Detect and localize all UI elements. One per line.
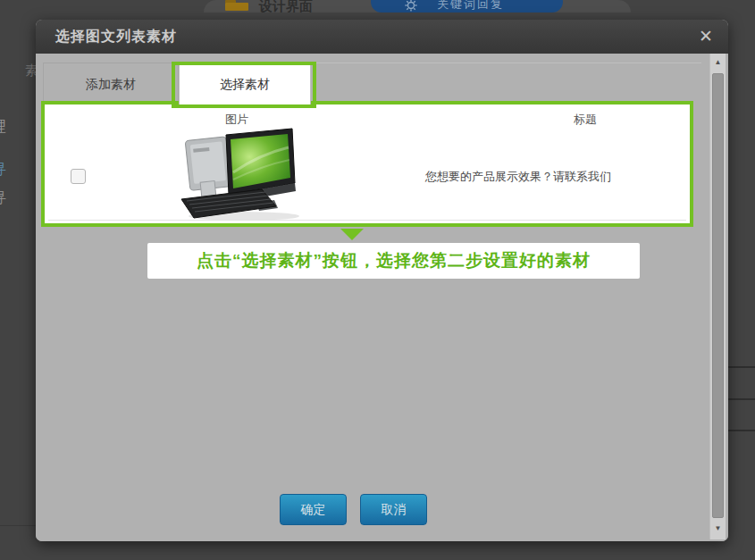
product-computer-image <box>174 128 308 222</box>
close-icon[interactable]: ✕ <box>699 27 713 46</box>
select-material-dialog: 选择图文列表素材 ✕ 添加素材 选择素材 图片 标题 <box>36 20 728 541</box>
tour-tooltip: 点击“选择素材”按钮，选择您第二步设置好的素材 <box>147 243 640 279</box>
background-row-divider <box>728 430 755 431</box>
background-row-divider <box>728 366 755 368</box>
tab-select-material-label: 选择素材 <box>220 77 270 91</box>
scrollbar-up-icon[interactable]: ▲ <box>710 56 726 69</box>
scrollbar[interactable]: ▲ ▼ <box>709 54 726 539</box>
background-fragment: 寻 <box>0 161 6 180</box>
dialog-body: 添加素材 选择素材 图片 标题 <box>36 54 728 541</box>
keyword-reply-button[interactable]: 关键词回复 <box>371 0 563 13</box>
gear-icon <box>405 0 417 13</box>
tooltip-arrow-icon <box>340 229 364 240</box>
dialog-header: 选择图文列表素材 ✕ <box>36 20 728 54</box>
screen: 设计界面 关键词回复 素 理 寻 寻 选择图文列表素材 ✕ <box>0 0 755 560</box>
row-divider <box>48 220 686 221</box>
tour-tooltip-text: 点击“选择素材”按钮，选择您第二步设置好的素材 <box>197 251 591 270</box>
material-row-title: 您想要的产品展示效果？请联系我们 <box>393 169 643 185</box>
design-tab-label: 设计界面 <box>259 0 313 13</box>
confirm-button[interactable]: 确定 <box>280 494 347 525</box>
background-divider <box>0 525 36 526</box>
tab-select-material[interactable]: 选择素材 <box>179 64 311 105</box>
background-fragment: 理 <box>0 118 6 137</box>
background-row-divider <box>728 398 755 400</box>
material-table: 图片 标题 <box>41 101 693 227</box>
column-header-title: 标题 <box>536 112 634 128</box>
tab-add-material-label: 添加素材 <box>86 77 136 91</box>
material-row-checkbox[interactable] <box>71 169 86 184</box>
cancel-button[interactable]: 取消 <box>360 494 427 525</box>
dialog-title: 选择图文列表素材 <box>55 20 177 54</box>
scrollbar-thumb[interactable] <box>712 73 724 518</box>
column-header-image: 图片 <box>188 112 286 128</box>
folder-icon <box>225 3 248 11</box>
keyword-reply-label: 关键词回复 <box>437 0 504 13</box>
background-fragment: 寻 <box>0 189 6 208</box>
tab-add-material[interactable]: 添加素材 <box>43 63 179 105</box>
scrollbar-down-icon[interactable]: ▼ <box>710 522 726 535</box>
